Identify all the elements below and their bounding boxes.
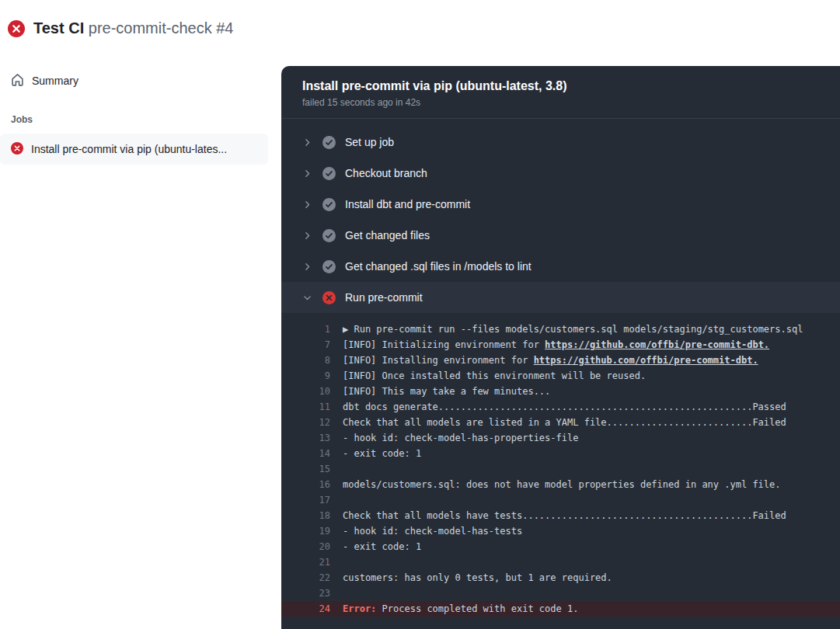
log-group-toggle-icon[interactable]: ▶ (343, 324, 354, 335)
chevron-right-icon[interactable] (302, 137, 313, 148)
log-line: 23 (281, 586, 840, 601)
log-line-number[interactable]: 12 (281, 415, 330, 430)
log-text-segment: Process completed with exit code 1. (382, 603, 579, 614)
step-success-icon (322, 229, 336, 242)
page-title: Test CI pre-commit-check #4 (33, 19, 233, 37)
sidebar-item-job[interactable]: Install pre-commit via pip (ubuntu-lates… (0, 134, 268, 165)
log-line: 1 ▶ Run pre-commit run --files models/cu… (281, 321, 840, 337)
log-text-segment: [INFO] Initializing environment for (343, 339, 545, 350)
job-failed-icon (11, 142, 23, 157)
log-line-number[interactable]: 19 (281, 523, 330, 539)
step-success-icon (322, 198, 336, 211)
workflow-run-page: Test CI pre-commit-check #4 Summary Jobs… (0, 0, 840, 629)
step-row-set-up-job[interactable]: Set up job (281, 127, 840, 158)
log-link-url[interactable]: https://github.com/offbi/pre-commit-dbt. (545, 339, 769, 350)
log-viewer: 1 ▶ Run pre-commit run --files models/cu… (281, 313, 840, 617)
log-line-number[interactable]: 20 (281, 539, 330, 554)
log-line-number[interactable]: 10 (281, 384, 330, 399)
log-line: 9 [INFO] Once installed this environment… (281, 368, 840, 384)
log-line-number[interactable]: 24 (281, 601, 330, 617)
sidebar-jobs-heading: Jobs (11, 114, 270, 125)
log-text-segment: - hook id: check-model-has-tests (343, 526, 522, 537)
step-row-get-changed-sql-files-in-models-to-lint[interactable]: Get changed .sql files in /models to lin… (281, 251, 840, 282)
log-line: 24 Error: Process completed with exit co… (281, 601, 840, 617)
step-row-get-changed-files[interactable]: Get changed files (281, 220, 840, 251)
chevron-right-icon[interactable] (302, 168, 313, 179)
log-line: 19 - hook id: check-model-has-tests (281, 523, 840, 539)
log-line: 12 Check that all models are listed in a… (281, 415, 840, 430)
log-line: 15 (281, 461, 840, 477)
run-name: pre-commit-check #4 (89, 19, 234, 36)
log-line-number[interactable]: 16 (281, 477, 330, 492)
log-line-text: customers: has only 0 tests, but 1 are r… (343, 570, 612, 586)
log-line-number[interactable]: 7 (281, 337, 330, 353)
log-line: 8 [INFO] Installing environment for http… (281, 353, 840, 368)
log-line-number[interactable]: 18 (281, 508, 330, 523)
log-line: 22 customers: has only 0 tests, but 1 ar… (281, 570, 840, 586)
run-failed-icon (8, 20, 25, 37)
log-line: 14 - exit code: 1 (281, 446, 840, 461)
step-name: Checkout branch (345, 167, 427, 179)
log-text-segment: Check that all models have tests........… (343, 510, 786, 521)
step-row-checkout-branch[interactable]: Checkout branch (281, 158, 840, 189)
log-line-number[interactable]: 22 (281, 570, 330, 586)
log-line: 10 [INFO] This may take a few minutes... (281, 384, 840, 399)
step-name: Get changed files (345, 229, 430, 242)
chevron-right-icon[interactable] (302, 230, 313, 241)
log-text-segment: [INFO] Once installed this environment w… (343, 370, 646, 381)
log-line-number[interactable]: 13 (281, 430, 330, 446)
step-success-icon (322, 167, 336, 180)
sidebar-job-label: Install pre-commit via pip (ubuntu-lates… (31, 143, 227, 155)
sidebar: Summary Jobs Install pre-commit via pip … (0, 68, 281, 165)
log-line-text: models/customers.sql: does not have mode… (343, 477, 781, 492)
log-line-text: [INFO] Installing environment for https:… (343, 353, 758, 368)
step-success-icon (322, 260, 336, 273)
log-text-segment: [INFO] Installing environment for (343, 355, 534, 366)
log-text-segment: customers: has only 0 tests, but 1 are r… (343, 572, 612, 583)
log-line-number[interactable]: 17 (281, 492, 330, 508)
log-line: 21 (281, 554, 840, 570)
step-row-install-dbt-and-pre-commit[interactable]: Install dbt and pre-commit (281, 189, 840, 220)
log-line-text: Check that all models are listed in a YA… (343, 415, 786, 430)
step-name: Run pre-commit (345, 291, 423, 304)
log-text-segment: models/customers.sql: does not have mode… (343, 479, 781, 490)
log-line: 20 - exit code: 1 (281, 539, 840, 554)
chevron-right-icon[interactable] (302, 261, 313, 272)
step-name: Get changed .sql files in /models to lin… (345, 260, 532, 273)
log-line-text: dbt docs generate.......................… (343, 399, 786, 415)
log-line-number[interactable]: 9 (281, 368, 330, 384)
log-line-number[interactable]: 21 (281, 554, 330, 570)
log-text-segment: - hook id: check-model-has-properties-fi… (343, 433, 578, 443)
log-line-number[interactable]: 8 (281, 353, 330, 368)
log-line: 7 [INFO] Initializing environment for ht… (281, 337, 840, 353)
log-line-text: [INFO] This may take a few minutes... (343, 384, 550, 399)
log-line-text: - hook id: check-model-has-properties-fi… (343, 430, 578, 446)
step-name: Install dbt and pre-commit (345, 198, 470, 210)
log-line-number[interactable]: 1 (281, 321, 330, 337)
log-line: 11 dbt docs generate....................… (281, 399, 840, 415)
log-line: 18 Check that all models have tests.....… (281, 508, 840, 523)
chevron-right-icon[interactable] (302, 199, 313, 210)
log-link-url[interactable]: https://github.com/offbi/pre-commit-dbt. (534, 355, 758, 366)
log-line-text: Error: Process completed with exit code … (343, 601, 578, 617)
log-line-text: Check that all models have tests........… (343, 508, 786, 523)
log-line-number[interactable]: 14 (281, 446, 330, 461)
workflow-run-header: Test CI pre-commit-check #4 (8, 19, 233, 37)
step-row-run-pre-commit[interactable]: Run pre-commit (281, 282, 840, 313)
log-line-number[interactable]: 15 (281, 461, 330, 477)
log-line: 17 (281, 492, 840, 508)
log-line-number[interactable]: 11 (281, 399, 330, 415)
log-line-text: - exit code: 1 (343, 446, 421, 461)
log-text-segment: dbt docs generate.......................… (343, 401, 786, 412)
sidebar-summary-label: Summary (32, 75, 78, 87)
log-line-text: ▶ Run pre-commit run --files models/cust… (343, 321, 803, 337)
log-line: 13 - hook id: check-model-has-properties… (281, 430, 840, 446)
log-line-number[interactable]: 23 (281, 586, 330, 601)
chevron-down-icon[interactable] (302, 292, 313, 303)
sidebar-item-summary[interactable]: Summary (0, 68, 281, 93)
log-line: 16 models/customers.sql: does not have m… (281, 477, 840, 492)
log-line-text: - exit code: 1 (343, 539, 421, 554)
home-icon (11, 73, 24, 89)
log-line-text: [INFO] Initializing environment for http… (343, 337, 769, 353)
log-line-text: - hook id: check-model-has-tests (343, 523, 522, 539)
